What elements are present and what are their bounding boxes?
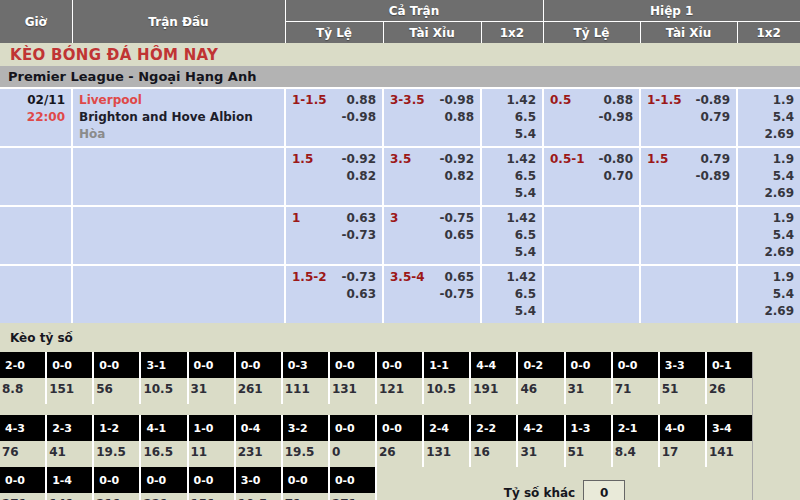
odds-value[interactable]: 0.88 [341,92,376,109]
odds-value[interactable]: 1.9 [744,210,794,227]
score-box[interactable]: 0-0 [0,467,45,493]
odds-value[interactable]: 1.42 [488,92,536,109]
odds-cell-ft-overunder[interactable]: 3.5-40.65-0.75 [383,265,481,323]
score-box[interactable]: 0-0 [189,467,234,493]
score-box[interactable]: 0-0 [613,352,658,378]
home-team[interactable]: Liverpool [79,92,278,109]
score-box[interactable]: 0-0 [141,467,186,493]
score-box[interactable]: 0-0 [236,352,281,378]
score-box[interactable]: 3-2 [283,415,328,441]
odds-cell-ft-1x2[interactable]: 1.426.55.4 [481,265,543,323]
odds-cell-h1-1x2[interactable]: 1.95.42.69 [737,265,800,323]
odds-value[interactable]: 2.69 [744,185,794,202]
odds-cell-h1-overunder[interactable] [640,265,737,323]
odds-cell-h1-overunder[interactable]: 1-1.5-0.890.79 [640,89,737,147]
score-box[interactable]: 2-3 [47,415,92,441]
odds-value[interactable]: 0.79 [695,109,730,126]
odds-value[interactable]: 0.70 [598,168,633,185]
odds-cell-ft-handicap[interactable]: 10.63-0.73 [285,206,383,265]
away-team[interactable]: Brighton and Hove Albion [79,109,278,126]
odds-value[interactable]: -0.92 [341,151,376,168]
odds-value[interactable]: -0.98 [439,92,474,109]
score-box[interactable]: 0-0 [330,352,375,378]
score-box[interactable]: 0-0 [189,352,234,378]
odds-cell-ft-overunder[interactable]: 3.5-0.920.82 [383,147,481,206]
odds-value[interactable]: 0.79 [695,151,730,168]
odds-value[interactable]: -0.80 [598,151,633,168]
odds-value[interactable]: 0.65 [439,227,474,244]
odds-value[interactable]: 0.65 [439,269,474,286]
score-box[interactable]: 0-2 [518,352,563,378]
score-box[interactable]: 0-0 [283,467,328,493]
odds-value[interactable]: 1.9 [744,269,794,286]
odds-value[interactable]: 6.5 [488,168,536,185]
odds-value[interactable]: 5.4 [744,286,794,303]
odds-value[interactable]: 6.5 [488,286,536,303]
odds-cell-ft-overunder[interactable]: 3-3.5-0.980.88 [383,89,481,147]
odds-cell-ft-overunder[interactable]: 3-0.750.65 [383,206,481,265]
score-box[interactable]: 3-4 [707,415,752,441]
odds-cell-ft-1x2[interactable]: 1.426.55.4 [481,89,543,147]
score-box[interactable]: 0-0 [47,352,92,378]
odds-value[interactable]: -0.98 [341,109,376,126]
score-box[interactable]: 3-1 [141,352,186,378]
score-box[interactable]: 4-4 [471,352,516,378]
odds-value[interactable]: 0.63 [341,286,376,303]
odds-value[interactable]: -0.73 [341,227,376,244]
score-box[interactable]: 4-1 [141,415,186,441]
score-box[interactable]: 1-2 [94,415,139,441]
odds-value[interactable]: -0.75 [439,286,474,303]
odds-value[interactable]: 1.42 [488,210,536,227]
odds-value[interactable]: 2.69 [744,126,794,143]
odds-value[interactable]: -0.98 [598,109,633,126]
odds-value[interactable]: 1.42 [488,269,536,286]
score-box[interactable]: 1-4 [47,467,92,493]
odds-cell-ft-handicap[interactable]: 1-1.50.88-0.98 [285,89,383,147]
odds-cell-ft-1x2[interactable]: 1.426.55.4 [481,147,543,206]
odds-value[interactable]: 6.5 [488,109,536,126]
odds-value[interactable]: 2.69 [744,303,794,320]
odds-value[interactable]: 0.88 [439,109,474,126]
score-box[interactable]: 0-0 [566,352,611,378]
odds-cell-h1-1x2[interactable]: 1.95.42.69 [737,147,800,206]
score-box[interactable]: 0-0 [377,415,422,441]
odds-value[interactable]: 0.63 [341,210,376,227]
odds-cell-h1-handicap[interactable]: 0.50.88-0.98 [543,89,640,147]
score-box[interactable]: 4-0 [660,415,705,441]
score-box[interactable]: 0-4 [236,415,281,441]
odds-cell-h1-handicap[interactable] [543,265,640,323]
score-box[interactable]: 2-4 [424,415,469,441]
odds-value[interactable]: 0.82 [439,168,474,185]
odds-value[interactable]: 1.9 [744,151,794,168]
score-box[interactable]: 0-0 [330,415,375,441]
odds-value[interactable]: -0.89 [695,92,730,109]
odds-value[interactable]: -0.92 [439,151,474,168]
odds-value[interactable]: 5.4 [488,126,536,143]
odds-cell-h1-1x2[interactable]: 1.95.42.69 [737,206,800,265]
odds-value[interactable]: 0.88 [598,92,633,109]
odds-value[interactable]: 2.69 [744,244,794,261]
odds-cell-ft-1x2[interactable]: 1.426.55.4 [481,206,543,265]
score-box[interactable]: 0-3 [283,352,328,378]
score-box[interactable]: 3-3 [660,352,705,378]
odds-value[interactable]: -0.75 [439,210,474,227]
odds-cell-h1-overunder[interactable] [640,206,737,265]
odds-value[interactable]: -0.89 [695,168,730,185]
score-box[interactable]: 0-1 [707,352,752,378]
odds-value[interactable]: 5.4 [744,227,794,244]
odds-value[interactable]: 5.4 [488,303,536,320]
score-box[interactable]: 0-0 [94,467,139,493]
score-box[interactable]: 2-0 [0,352,45,378]
odds-cell-h1-overunder[interactable]: 1.50.79-0.89 [640,147,737,206]
score-box[interactable]: 2-1 [613,415,658,441]
odds-value[interactable]: -0.73 [341,269,376,286]
odds-value[interactable]: 0.82 [341,168,376,185]
score-box[interactable]: 4-2 [518,415,563,441]
score-box[interactable]: 4-3 [0,415,45,441]
odds-cell-h1-handicap[interactable] [543,206,640,265]
odds-value[interactable]: 1.9 [744,92,794,109]
odds-cell-h1-handicap[interactable]: 0.5-1-0.800.70 [543,147,640,206]
score-box[interactable]: 2-2 [471,415,516,441]
odds-cell-ft-handicap[interactable]: 1.5-2-0.730.63 [285,265,383,323]
odds-cell-ft-handicap[interactable]: 1.5-0.920.82 [285,147,383,206]
